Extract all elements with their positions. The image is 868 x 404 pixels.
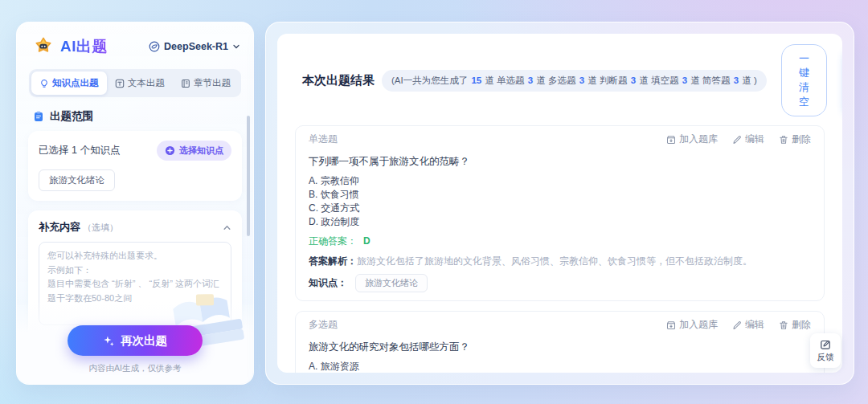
question-stem: 下列哪一项不属于旅游文化的范畴？ xyxy=(309,155,811,169)
results-panel: 本次出题结果 (AI一共为您生成了 15 道 单选题 3 道 多选题 3 道 判… xyxy=(265,22,854,385)
tab-chapter[interactable]: 章节出题 xyxy=(173,71,239,95)
supplement-optional-hint: （选填） xyxy=(83,222,118,234)
collapse-toggle[interactable] xyxy=(223,223,231,232)
plus-circle-icon xyxy=(165,145,175,156)
scope-card: 已选择 1 个知识点 选择知识点 旅游文化绪论 xyxy=(28,131,242,201)
model-name: DeepSeek-R1 xyxy=(164,41,228,52)
add-to-bank-action[interactable]: 加入题库 xyxy=(666,133,718,146)
sidebar-scrollbar[interactable] xyxy=(247,116,250,236)
select-knowledge-button[interactable]: 选择知识点 xyxy=(157,141,231,161)
answer-value: D xyxy=(363,235,371,247)
edit-note-icon xyxy=(820,339,831,350)
sparkle-icon xyxy=(103,335,115,347)
clipboard-icon xyxy=(33,111,44,122)
pencil-icon xyxy=(732,320,742,330)
clear-all-button[interactable]: 一键清空 xyxy=(781,44,827,116)
supplement-title: 补充内容 xyxy=(39,220,80,235)
analysis-text: 旅游文化包括了旅游地的文化背景、风俗习惯、宗教信仰、饮食习惯等，但不包括政治制度… xyxy=(357,255,752,267)
trash-icon xyxy=(779,320,788,330)
app-title: AI出题 xyxy=(60,36,108,57)
deepseek-logo-icon xyxy=(149,41,160,52)
question-type-badge: 单选题 xyxy=(309,133,338,146)
pencil-icon xyxy=(732,135,742,145)
tab-text[interactable]: 文本出题 xyxy=(107,71,173,95)
tab-label: 文本出题 xyxy=(128,77,165,89)
option-a: A. 宗教信仰 xyxy=(309,174,811,188)
edit-action[interactable]: 编辑 xyxy=(732,133,764,146)
text-icon xyxy=(115,79,125,88)
feedback-label: 反馈 xyxy=(817,352,834,363)
app-logo: AI出题 xyxy=(33,36,108,57)
regenerate-label: 再次出题 xyxy=(121,333,167,349)
scope-section-title: 出题范围 xyxy=(50,109,93,124)
question-type-badge: 多选题 xyxy=(309,318,338,332)
mode-tabs: 知识点出题 文本出题 章节出题 xyxy=(29,69,241,97)
tab-label: 章节出题 xyxy=(194,77,231,89)
results-panel-inner: 本次出题结果 (AI一共为您生成了 15 道 单选题 3 道 多选题 3 道 判… xyxy=(277,34,842,373)
trash-icon xyxy=(779,135,788,145)
option-list: A. 宗教信仰 B. 饮食习惯 C. 交通方式 D. 政治制度 xyxy=(309,174,811,229)
analysis-label: 答案解析： xyxy=(309,255,357,267)
sidebar-header: AI出题 DeepSeek-R1 xyxy=(17,22,253,57)
model-selector[interactable]: DeepSeek-R1 xyxy=(149,41,240,52)
option-b: B. 饮食习惯 xyxy=(309,188,811,202)
results-header: 本次出题结果 (AI一共为您生成了 15 道 单选题 3 道 多选题 3 道 判… xyxy=(295,34,825,125)
chevron-down-icon xyxy=(232,43,240,51)
archive-box-icon xyxy=(666,135,676,145)
selected-knowledge-count: 已选择 1 个知识点 xyxy=(39,144,120,157)
tab-label: 知识点出题 xyxy=(52,77,99,89)
tab-knowledge-point[interactable]: 知识点出题 xyxy=(31,71,107,95)
add-to-bank-action[interactable]: 加入题库 xyxy=(666,318,718,332)
archive-box-icon xyxy=(666,320,676,330)
lightbulb-icon xyxy=(39,79,49,88)
analysis-row: 答案解析：旅游文化包括了旅游地的文化背景、风俗习惯、宗教信仰、饮食习惯等，但不包… xyxy=(309,255,811,267)
config-sidebar: AI出题 DeepSeek-R1 知识点出题 文本出 xyxy=(16,22,254,385)
sidebar-footer: 再次出题 内容由AI生成，仅供参考 xyxy=(17,301,253,384)
option-a: A. 旅游资源 xyxy=(309,360,811,373)
question-list: 单选题 加入题库 编辑 xyxy=(295,125,825,373)
regenerate-button[interactable]: 再次出题 xyxy=(68,325,203,356)
results-title: 本次出题结果 xyxy=(302,73,375,88)
scope-section-header: 出题范围 xyxy=(33,109,253,124)
knowledge-row: 知识点： 旅游文化绪论 xyxy=(309,274,811,292)
option-list: A. 旅游资源 B. 旅游者行为 C. 旅游政策 D. 旅游环境 E. 旅游经济 xyxy=(309,360,811,373)
select-knowledge-label: 选择知识点 xyxy=(179,145,223,157)
question-card-1: 单选题 加入题库 编辑 xyxy=(295,125,825,301)
delete-action[interactable]: 删除 xyxy=(779,133,811,146)
answer-label: 正确答案： xyxy=(309,235,357,247)
ai-disclaimer: 内容由AI生成，仅供参考 xyxy=(17,363,253,374)
delete-action[interactable]: 删除 xyxy=(779,318,811,332)
generation-summary: (AI一共为您生成了 15 道 单选题 3 道 多选题 3 道 判断题 3 道 … xyxy=(382,70,767,92)
option-c: C. 交通方式 xyxy=(309,202,811,215)
knowledge-label: 知识点： xyxy=(309,276,347,290)
chevron-up-icon xyxy=(223,223,231,232)
feedback-button[interactable]: 反馈 xyxy=(810,333,841,368)
edit-action[interactable]: 编辑 xyxy=(732,318,764,332)
knowledge-tag: 旅游文化绪论 xyxy=(39,169,115,191)
question-card-2: 多选题 加入题库 编辑 xyxy=(295,311,825,373)
correct-answer-row: 正确答案：D xyxy=(309,235,811,248)
knowledge-tag: 旅游文化绪论 xyxy=(355,274,428,292)
robot-star-mascot-icon xyxy=(33,36,54,57)
question-stem: 旅游文化的研究对象包括哪些方面？ xyxy=(309,341,811,354)
option-d: D. 政治制度 xyxy=(309,215,811,229)
book-icon xyxy=(181,79,190,88)
